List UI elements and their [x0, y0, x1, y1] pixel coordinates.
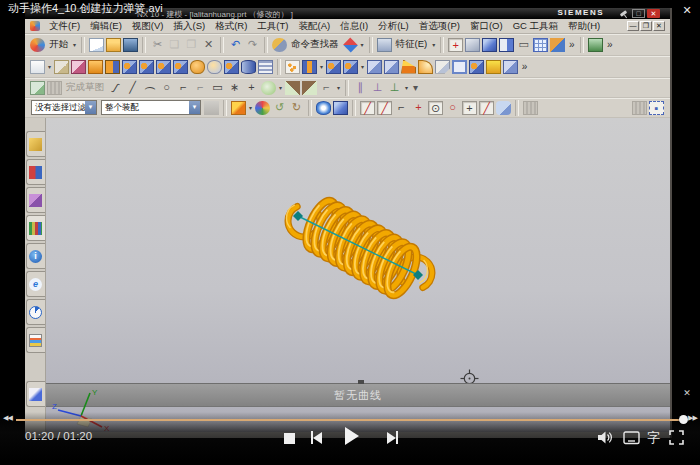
intersect-icon-dropdown[interactable]: ▾	[359, 63, 366, 70]
split-body-icon[interactable]	[384, 60, 399, 74]
shell-icon[interactable]	[452, 60, 467, 74]
view-overflow[interactable]: »	[567, 38, 576, 52]
constraint-overflow[interactable]: ▾	[411, 81, 420, 95]
fullscreen-button[interactable]	[669, 430, 684, 449]
sketch-button-icon[interactable]	[30, 60, 45, 74]
snap-control-point-icon[interactable]: ⌐	[394, 101, 409, 115]
menu-tools[interactable]: 工具(T)	[252, 20, 293, 33]
part-navigator-tab[interactable]	[26, 187, 45, 213]
menu-edit[interactable]: 编辑(E)	[85, 20, 127, 33]
undo-icon[interactable]: ↶	[228, 38, 243, 52]
rectangle-icon[interactable]: ▭	[210, 81, 225, 95]
rewind-button[interactable]: ◀◀	[3, 414, 12, 422]
studio-spline-icon[interactable]	[261, 81, 276, 95]
arc-icon[interactable]: (	[143, 80, 157, 95]
menu-gc-toolbox[interactable]: GC 工具箱	[508, 20, 563, 33]
reuse-library-tab[interactable]	[26, 215, 45, 241]
volume-button[interactable]	[597, 430, 614, 449]
snap-midpoint-icon[interactable]: ╱	[377, 101, 392, 115]
emboss-icon[interactable]	[190, 60, 205, 74]
parallel-constraint-icon[interactable]: ∥	[353, 81, 368, 95]
player-close-button[interactable]: ✕	[679, 3, 695, 17]
menu-help[interactable]: 帮助(H)	[563, 20, 605, 33]
spring-column-icon[interactable]	[258, 60, 273, 74]
snap-point-on-curve-icon[interactable]: ╱	[479, 101, 494, 115]
redo-icon[interactable]: ↷	[245, 38, 260, 52]
trim-body-icon[interactable]	[367, 60, 382, 74]
cut-icon[interactable]: ✂	[150, 38, 165, 52]
feature-group-button-dropdown[interactable]: ▾	[430, 41, 437, 48]
hd3d-tool-tab[interactable]: i	[26, 243, 45, 269]
save-icon[interactable]	[123, 38, 138, 52]
sketch-button-icon-dropdown[interactable]: ▾	[46, 63, 53, 70]
sweep-icon[interactable]	[224, 60, 239, 74]
notice-close-button[interactable]: ✕	[679, 387, 695, 400]
progress-bar[interactable]	[16, 419, 683, 421]
show-shaded-icon[interactable]	[333, 101, 348, 115]
profile-icon[interactable]: ∫	[106, 78, 126, 97]
start-button[interactable]: 开始	[46, 38, 71, 51]
extrude-icon[interactable]	[88, 60, 103, 74]
menu-format[interactable]: 格式(R)	[210, 20, 252, 33]
quick-trim-icon[interactable]	[285, 81, 300, 95]
snap-intersection-icon[interactable]: +	[411, 101, 426, 115]
command-finder-icon[interactable]	[272, 38, 287, 52]
mdi-minimize-button[interactable]: —	[627, 21, 639, 31]
web-browser-tab[interactable]: e	[26, 271, 45, 297]
close-button[interactable]: ✕	[647, 9, 660, 18]
pocket-icon[interactable]	[156, 60, 171, 74]
snap-arc-center-icon[interactable]: ⊙	[428, 101, 443, 115]
make-corner-icon[interactable]: ⌐	[319, 81, 334, 95]
zoom-fit-icon[interactable]: +	[448, 38, 463, 52]
sketch-display-icon[interactable]	[47, 81, 62, 95]
wcs-dynamics-icon[interactable]	[632, 101, 647, 115]
maximize-button[interactable]: □	[632, 9, 645, 18]
circle-icon[interactable]: ○	[159, 81, 174, 95]
play-button[interactable]	[345, 427, 359, 445]
isometric-view-icon[interactable]	[482, 38, 497, 52]
chamfer-icon[interactable]	[435, 60, 450, 74]
roles-tab[interactable]	[26, 381, 45, 407]
intersect-icon[interactable]	[343, 60, 358, 74]
highlight-icon[interactable]	[316, 101, 331, 115]
snap-magnet-icon[interactable]	[204, 101, 219, 115]
thread-icon[interactable]	[469, 60, 484, 74]
mdi-restore-button[interactable]: ❐	[640, 21, 652, 31]
menu-window[interactable]: 窗口(O)	[465, 20, 508, 33]
rotate-view-icon[interactable]	[465, 38, 480, 52]
feature-overflow[interactable]: »	[520, 60, 529, 74]
shaded-view-icon[interactable]	[499, 38, 514, 52]
selection-filter-combo-arrow[interactable]: ▼	[85, 101, 96, 114]
selection-filter-combo[interactable]: 没有选择过滤器▼	[31, 100, 97, 115]
select-rectangle-icon[interactable]: ▪	[649, 101, 664, 115]
hole-icon[interactable]	[122, 60, 137, 74]
scale-body-icon[interactable]	[486, 60, 501, 74]
forward-button[interactable]: ▶▶	[688, 414, 697, 422]
snap-existing-point-icon[interactable]: +	[462, 101, 477, 115]
navigator-stack-icon[interactable]	[588, 38, 603, 52]
feature-icon[interactable]	[377, 38, 392, 52]
pattern-feature-icon[interactable]	[285, 60, 300, 74]
boss-icon[interactable]	[139, 60, 154, 74]
unite-icon[interactable]	[302, 60, 317, 74]
graphics-viewport[interactable]: 暂无曲线 Y Z X	[46, 118, 670, 432]
history-tab[interactable]	[26, 299, 45, 325]
pad-icon[interactable]	[173, 60, 188, 74]
edge-blend-icon[interactable]	[418, 60, 433, 74]
snap-grid-view-icon[interactable]	[533, 38, 548, 52]
start-button-dropdown[interactable]: ▾	[71, 41, 78, 48]
make-corner-icon-dropdown[interactable]: ▾	[335, 84, 342, 91]
datum-plane-icon[interactable]	[54, 60, 69, 74]
pin-button[interactable]	[617, 9, 630, 18]
sketch-task-icon[interactable]	[30, 81, 45, 95]
progress-knob[interactable]	[679, 415, 688, 424]
perpendicular-constraint-icon[interactable]: ⊥	[370, 81, 385, 95]
selection-scope-combo-arrow[interactable]: ▼	[189, 101, 200, 114]
nx-logo-icon[interactable]	[30, 38, 45, 52]
display-mode-button[interactable]	[623, 431, 640, 449]
corner-chamfer-icon[interactable]: ⌐	[193, 81, 208, 95]
selection-scope-combo[interactable]: 整个装配▼	[101, 100, 201, 115]
point-icon[interactable]: +	[244, 81, 259, 95]
offset-emboss-icon[interactable]	[207, 60, 222, 74]
subtitle-button[interactable]: 字	[647, 429, 660, 447]
